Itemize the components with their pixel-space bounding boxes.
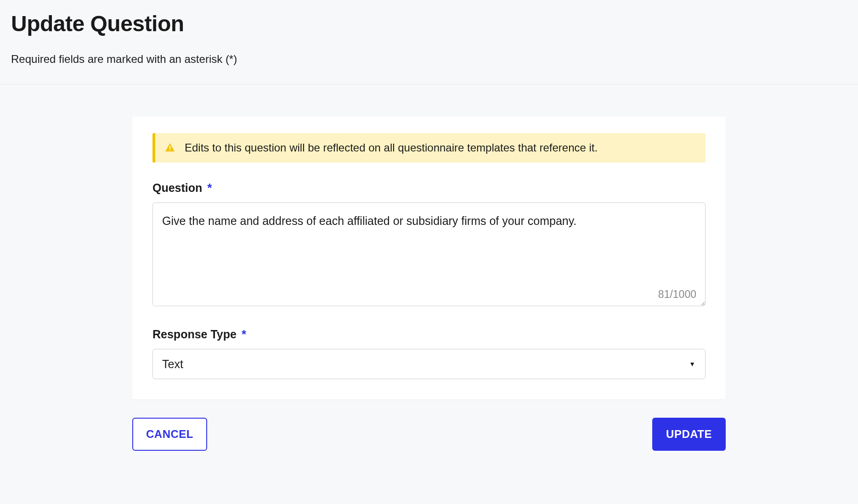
page-title: Update Question	[11, 11, 847, 36]
warning-icon	[164, 142, 175, 153]
svg-rect-0	[169, 146, 170, 149]
required-asterisk: *	[242, 327, 246, 341]
cancel-button[interactable]: CANCEL	[132, 418, 207, 451]
response-type-label-text: Response Type	[152, 328, 237, 341]
response-type-field-group: Response Type * Text ▼	[152, 327, 706, 379]
response-type-label: Response Type *	[152, 327, 246, 342]
question-textarea-wrapper: 81/1000	[152, 202, 706, 308]
form-card: Edits to this question will be reflected…	[132, 117, 726, 399]
main-content: Edits to this question will be reflected…	[0, 84, 858, 451]
question-label: Question *	[152, 181, 212, 195]
page-header: Update Question Required fields are mark…	[0, 0, 858, 84]
required-fields-note: Required fields are marked with an aster…	[11, 53, 847, 66]
response-type-select[interactable]: Text	[152, 349, 706, 379]
question-field-group: Question * 81/1000	[152, 181, 706, 308]
question-textarea[interactable]	[152, 202, 706, 306]
button-row: CANCEL UPDATE	[132, 418, 726, 451]
svg-rect-1	[169, 150, 170, 151]
warning-text: Edits to this question will be reflected…	[185, 141, 598, 154]
required-asterisk: *	[207, 181, 212, 195]
response-type-select-wrapper: Text ▼	[152, 349, 706, 379]
update-button[interactable]: UPDATE	[652, 418, 726, 451]
question-label-text: Question	[152, 181, 202, 194]
warning-alert: Edits to this question will be reflected…	[152, 133, 706, 162]
